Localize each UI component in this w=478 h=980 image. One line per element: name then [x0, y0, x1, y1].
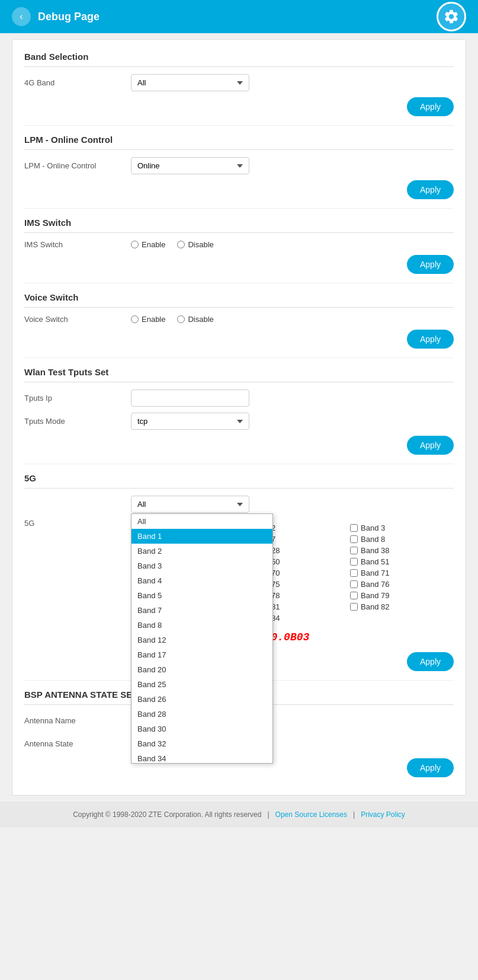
wlan-title: Wlan Test Tputs Set — [24, 367, 454, 382]
checkbox-label[interactable]: Band 51 — [350, 557, 454, 566]
5g-apply-button[interactable]: Apply — [407, 652, 454, 671]
checkbox-label[interactable]: Band 3 — [350, 523, 454, 532]
band-checkbox[interactable] — [350, 569, 358, 577]
privacy-policy-link[interactable]: Privacy Policy — [361, 810, 405, 819]
dropdown-item[interactable]: All — [131, 514, 272, 529]
checkbox-label[interactable]: Band 71 — [350, 569, 454, 577]
dropdown-item[interactable]: Band 7 — [131, 603, 272, 618]
tputs-mode-select[interactable]: tcp udp — [131, 413, 249, 430]
dropdown-item[interactable]: Band 32 — [131, 736, 272, 751]
5g-title: 5G — [24, 473, 454, 489]
voice-apply-button[interactable]: Apply — [407, 330, 454, 349]
dropdown-item[interactable]: Band 25 — [131, 677, 272, 692]
antenna-state-label: Antenna State — [24, 739, 131, 748]
voice-enable-radio[interactable] — [131, 315, 139, 323]
band-selection-title: Band Selection — [24, 52, 454, 67]
band-checkbox-label: Band 3 — [361, 523, 385, 532]
band-checkbox-label: Band 71 — [361, 569, 389, 577]
voice-control: Enable Disable — [131, 315, 454, 324]
open-source-link[interactable]: Open Source Licenses — [275, 810, 347, 819]
lpm-section: LPM - Online Control LPM - Online Contro… — [24, 135, 454, 209]
band-checkbox-label: Band 38 — [361, 546, 389, 555]
footer-separator-2: | — [353, 810, 355, 819]
back-button[interactable]: ‹ — [12, 7, 31, 26]
band-selection-section: Band Selection 4G Band All Band 1 Band 2… — [24, 52, 454, 126]
wlan-apply-button[interactable]: Apply — [407, 436, 454, 455]
5g-dropdown-container: All AllBand 1Band 2Band 3Band 4Band 5Ban… — [131, 496, 454, 513]
ims-control: Enable Disable — [131, 240, 454, 249]
dropdown-item[interactable]: Band 28 — [131, 707, 272, 722]
ims-enable-radio[interactable] — [131, 241, 139, 248]
dropdown-item[interactable]: Band 1 — [131, 529, 272, 544]
voice-label: Voice Switch — [24, 315, 131, 324]
dropdown-item[interactable]: Band 3 — [131, 558, 272, 573]
band-checkbox[interactable] — [350, 524, 358, 532]
lpm-control: Online Offline — [131, 157, 454, 174]
ims-disable-radio[interactable] — [177, 241, 185, 248]
band-checkbox[interactable] — [350, 547, 358, 554]
band-checkbox[interactable] — [350, 580, 358, 588]
voice-title: Voice Switch — [24, 292, 454, 308]
band-checkbox-label: Band 51 — [361, 557, 389, 566]
band-checkbox[interactable] — [350, 558, 358, 566]
page-title: Debug Page — [38, 11, 100, 23]
voice-row: Voice Switch Enable Disable — [24, 315, 454, 324]
ims-enable-text: Enable — [142, 240, 165, 249]
footer-separator-1: | — [267, 810, 269, 819]
lpm-apply-button[interactable]: Apply — [407, 180, 454, 199]
voice-disable-text: Disable — [188, 315, 213, 324]
tputs-mode-row: Tputs Mode tcp udp — [24, 413, 454, 430]
dropdown-item[interactable]: Band 20 — [131, 662, 272, 677]
back-icon: ‹ — [20, 11, 23, 22]
checkbox-label[interactable]: Band 79 — [350, 591, 454, 600]
antenna-apply-button[interactable]: Apply — [407, 758, 454, 777]
ims-title: IMS Switch — [24, 218, 454, 233]
top-bar: ‹ Debug Page — [0, 0, 478, 33]
5g-checkboxes-label: 5G — [24, 519, 131, 528]
checkbox-label[interactable]: Band 76 — [350, 580, 454, 589]
dropdown-item[interactable]: Band 26 — [131, 692, 272, 707]
tputs-ip-row: Tputs Ip — [24, 390, 454, 407]
tputs-mode-control: tcp udp — [131, 413, 454, 430]
voice-disable-label[interactable]: Disable — [177, 315, 213, 324]
dropdown-item[interactable]: Band 5 — [131, 588, 272, 603]
tputs-mode-label: Tputs Mode — [24, 417, 131, 426]
dropdown-item[interactable]: Band 2 — [131, 544, 272, 558]
copyright-text: Copyright © 1998-2020 ZTE Corporation. A… — [73, 810, 261, 819]
5g-band-select[interactable]: All — [131, 496, 249, 513]
dropdown-item[interactable]: Band 34 — [131, 751, 272, 763]
ims-disable-text: Disable — [188, 240, 213, 249]
voice-enable-label[interactable]: Enable — [131, 315, 165, 324]
dropdown-item[interactable]: Band 4 — [131, 573, 272, 588]
ims-enable-label[interactable]: Enable — [131, 240, 165, 249]
dropdown-item[interactable]: Band 8 — [131, 618, 272, 633]
dropdown-item[interactable]: Band 17 — [131, 647, 272, 662]
band-checkbox-label: Band 8 — [361, 535, 385, 544]
tputs-ip-control — [131, 390, 454, 407]
band-checkbox[interactable] — [350, 603, 358, 611]
tputs-ip-input[interactable] — [131, 390, 249, 407]
ims-section: IMS Switch IMS Switch Enable Disable App… — [24, 218, 454, 283]
ims-apply-button[interactable]: Apply — [407, 255, 454, 274]
settings-icon-circle[interactable] — [437, 2, 466, 31]
band-checkbox[interactable] — [350, 592, 358, 599]
4g-band-select[interactable]: All Band 1 Band 2 Band 3 — [131, 74, 249, 91]
band-selection-apply-button[interactable]: Apply — [407, 97, 454, 116]
ims-disable-label[interactable]: Disable — [177, 240, 213, 249]
4g-band-row: 4G Band All Band 1 Band 2 Band 3 — [24, 74, 454, 91]
dropdown-item[interactable]: Band 30 — [131, 722, 272, 736]
voice-disable-radio[interactable] — [177, 315, 185, 323]
lpm-label: LPM - Online Control — [24, 161, 131, 170]
checkbox-label[interactable]: Band 38 — [350, 546, 454, 555]
tputs-ip-label: Tputs Ip — [24, 394, 131, 403]
dropdown-item[interactable]: Band 12 — [131, 633, 272, 647]
4g-band-control: All Band 1 Band 2 Band 3 — [131, 74, 454, 91]
band-checkbox[interactable] — [350, 535, 358, 543]
lpm-select[interactable]: Online Offline — [131, 157, 249, 174]
5g-band-dropdown-overlay: AllBand 1Band 2Band 3Band 4Band 5Band 7B… — [131, 513, 273, 764]
checkbox-label[interactable]: Band 82 — [350, 602, 454, 611]
footer: Copyright © 1998-2020 ZTE Corporation. A… — [0, 802, 478, 828]
ims-label: IMS Switch — [24, 240, 131, 249]
gear-icon — [443, 8, 460, 25]
checkbox-label[interactable]: Band 8 — [350, 535, 454, 544]
